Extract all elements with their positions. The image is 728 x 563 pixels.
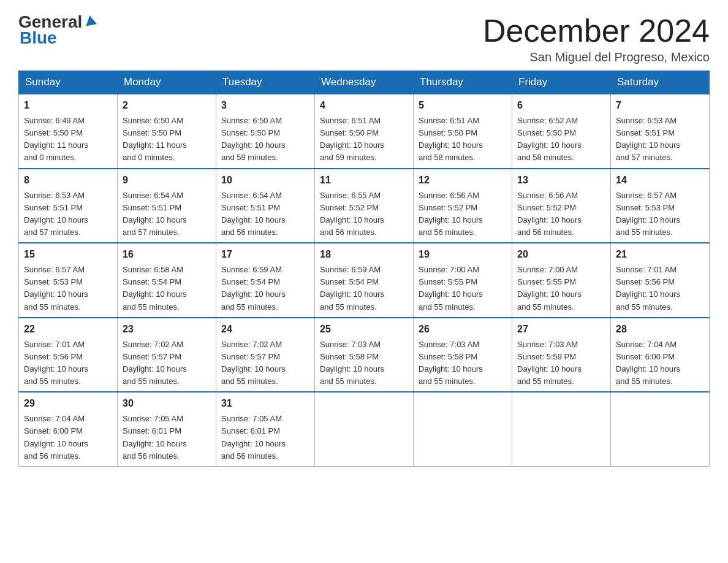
- day-info: Sunrise: 6:50 AMSunset: 5:50 PMDaylight:…: [221, 116, 286, 162]
- table-row: 17 Sunrise: 6:59 AMSunset: 5:54 PMDaylig…: [216, 243, 315, 318]
- table-row: 15 Sunrise: 6:57 AMSunset: 5:53 PMDaylig…: [19, 243, 118, 318]
- col-monday: Monday: [118, 71, 216, 94]
- table-row: 3 Sunrise: 6:50 AMSunset: 5:50 PMDayligh…: [216, 94, 315, 169]
- day-number: 24: [221, 322, 309, 337]
- day-number: 7: [616, 98, 704, 113]
- day-number: 27: [517, 322, 605, 337]
- logo: General Blue: [18, 12, 97, 48]
- day-info: Sunrise: 6:51 AMSunset: 5:50 PMDaylight:…: [320, 116, 384, 162]
- day-number: 11: [320, 173, 408, 188]
- col-saturday: Saturday: [611, 71, 710, 94]
- calendar: Sunday Monday Tuesday Wednesday Thursday…: [18, 71, 710, 467]
- day-number: 14: [616, 173, 704, 188]
- table-row: 29 Sunrise: 7:04 AMSunset: 6:00 PMDaylig…: [19, 392, 118, 466]
- table-row: 22 Sunrise: 7:01 AMSunset: 5:56 PMDaylig…: [19, 318, 118, 393]
- table-row: 12 Sunrise: 6:56 AMSunset: 5:52 PMDaylig…: [414, 169, 512, 243]
- calendar-week-row: 22 Sunrise: 7:01 AMSunset: 5:56 PMDaylig…: [19, 318, 710, 393]
- table-row: 13 Sunrise: 6:56 AMSunset: 5:52 PMDaylig…: [512, 169, 611, 243]
- table-row: 28 Sunrise: 7:04 AMSunset: 6:00 PMDaylig…: [611, 318, 710, 393]
- day-info: Sunrise: 6:54 AMSunset: 5:51 PMDaylight:…: [221, 191, 286, 237]
- day-info: Sunrise: 6:53 AMSunset: 5:51 PMDaylight:…: [24, 191, 88, 237]
- day-info: Sunrise: 6:56 AMSunset: 5:52 PMDaylight:…: [517, 191, 582, 237]
- table-row: 20 Sunrise: 7:00 AMSunset: 5:55 PMDaylig…: [512, 243, 611, 318]
- title-section: December 2024 San Miguel del Progreso, M…: [483, 12, 710, 64]
- table-row: 6 Sunrise: 6:52 AMSunset: 5:50 PMDayligh…: [512, 94, 611, 169]
- day-info: Sunrise: 7:01 AMSunset: 5:56 PMDaylight:…: [24, 340, 88, 386]
- day-number: 15: [24, 247, 112, 262]
- day-info: Sunrise: 7:03 AMSunset: 5:58 PMDaylight:…: [320, 340, 384, 386]
- table-row: 8 Sunrise: 6:53 AMSunset: 5:51 PMDayligh…: [19, 169, 118, 243]
- calendar-week-row: 15 Sunrise: 6:57 AMSunset: 5:53 PMDaylig…: [19, 243, 710, 318]
- table-row: 11 Sunrise: 6:55 AMSunset: 5:52 PMDaylig…: [315, 169, 414, 243]
- day-number: 8: [24, 173, 112, 188]
- day-info: Sunrise: 7:03 AMSunset: 5:58 PMDaylight:…: [419, 340, 483, 386]
- day-info: Sunrise: 6:51 AMSunset: 5:50 PMDaylight:…: [419, 116, 483, 162]
- day-number: 26: [419, 322, 507, 337]
- table-row: 21 Sunrise: 7:01 AMSunset: 5:56 PMDaylig…: [611, 243, 710, 318]
- day-info: Sunrise: 6:54 AMSunset: 5:51 PMDaylight:…: [123, 191, 187, 237]
- day-number: 29: [24, 396, 112, 411]
- day-number: 12: [419, 173, 507, 188]
- table-row: 25 Sunrise: 7:03 AMSunset: 5:58 PMDaylig…: [315, 318, 414, 393]
- table-row: 18 Sunrise: 6:59 AMSunset: 5:54 PMDaylig…: [315, 243, 414, 318]
- day-info: Sunrise: 7:02 AMSunset: 5:57 PMDaylight:…: [123, 340, 187, 386]
- table-row: 2 Sunrise: 6:50 AMSunset: 5:50 PMDayligh…: [118, 94, 216, 169]
- day-info: Sunrise: 6:59 AMSunset: 5:54 PMDaylight:…: [221, 265, 286, 311]
- table-row: 31 Sunrise: 7:05 AMSunset: 6:01 PMDaylig…: [216, 392, 315, 466]
- day-number: 10: [221, 173, 309, 188]
- day-info: Sunrise: 7:03 AMSunset: 5:59 PMDaylight:…: [517, 340, 582, 386]
- table-row: 1 Sunrise: 6:49 AMSunset: 5:50 PMDayligh…: [19, 94, 118, 169]
- day-info: Sunrise: 6:57 AMSunset: 5:53 PMDaylight:…: [616, 191, 680, 237]
- day-number: 18: [320, 247, 408, 262]
- table-row: [611, 392, 710, 466]
- day-number: 19: [419, 247, 507, 262]
- page-header: General Blue December 2024 San Miguel de…: [18, 12, 710, 64]
- day-info: Sunrise: 7:02 AMSunset: 5:57 PMDaylight:…: [221, 340, 286, 386]
- table-row: 5 Sunrise: 6:51 AMSunset: 5:50 PMDayligh…: [414, 94, 512, 169]
- calendar-week-row: 29 Sunrise: 7:04 AMSunset: 6:00 PMDaylig…: [19, 392, 710, 466]
- month-title: December 2024: [483, 12, 710, 49]
- table-row: 14 Sunrise: 6:57 AMSunset: 5:53 PMDaylig…: [611, 169, 710, 243]
- table-row: 9 Sunrise: 6:54 AMSunset: 5:51 PMDayligh…: [118, 169, 216, 243]
- location: San Miguel del Progreso, Mexico: [483, 50, 710, 64]
- table-row: 30 Sunrise: 7:05 AMSunset: 6:01 PMDaylig…: [118, 392, 216, 466]
- calendar-week-row: 8 Sunrise: 6:53 AMSunset: 5:51 PMDayligh…: [19, 169, 710, 243]
- day-number: 22: [24, 322, 112, 337]
- day-number: 3: [221, 98, 309, 113]
- day-number: 30: [123, 396, 211, 411]
- day-number: 21: [616, 247, 704, 262]
- day-info: Sunrise: 6:52 AMSunset: 5:50 PMDaylight:…: [517, 116, 582, 162]
- table-row: 24 Sunrise: 7:02 AMSunset: 5:57 PMDaylig…: [216, 318, 315, 393]
- day-info: Sunrise: 6:59 AMSunset: 5:54 PMDaylight:…: [320, 265, 384, 311]
- calendar-header-row: Sunday Monday Tuesday Wednesday Thursday…: [19, 71, 710, 94]
- table-row: 16 Sunrise: 6:58 AMSunset: 5:54 PMDaylig…: [118, 243, 216, 318]
- table-row: [512, 392, 611, 466]
- day-number: 23: [123, 322, 211, 337]
- col-sunday: Sunday: [19, 71, 118, 94]
- table-row: 4 Sunrise: 6:51 AMSunset: 5:50 PMDayligh…: [315, 94, 414, 169]
- day-number: 16: [123, 247, 211, 262]
- day-number: 5: [419, 98, 507, 113]
- day-info: Sunrise: 7:00 AMSunset: 5:55 PMDaylight:…: [419, 265, 483, 311]
- day-info: Sunrise: 7:04 AMSunset: 6:00 PMDaylight:…: [24, 414, 88, 460]
- calendar-week-row: 1 Sunrise: 6:49 AMSunset: 5:50 PMDayligh…: [19, 94, 710, 169]
- day-number: 13: [517, 173, 605, 188]
- table-row: 26 Sunrise: 7:03 AMSunset: 5:58 PMDaylig…: [414, 318, 512, 393]
- col-wednesday: Wednesday: [315, 71, 414, 94]
- table-row: [414, 392, 512, 466]
- table-row: 19 Sunrise: 7:00 AMSunset: 5:55 PMDaylig…: [414, 243, 512, 318]
- day-info: Sunrise: 6:57 AMSunset: 5:53 PMDaylight:…: [24, 265, 88, 311]
- day-info: Sunrise: 6:53 AMSunset: 5:51 PMDaylight:…: [616, 116, 680, 162]
- table-row: 23 Sunrise: 7:02 AMSunset: 5:57 PMDaylig…: [118, 318, 216, 393]
- table-row: 10 Sunrise: 6:54 AMSunset: 5:51 PMDaylig…: [216, 169, 315, 243]
- day-info: Sunrise: 7:04 AMSunset: 6:00 PMDaylight:…: [616, 340, 680, 386]
- day-info: Sunrise: 7:05 AMSunset: 6:01 PMDaylight:…: [221, 414, 286, 460]
- day-number: 25: [320, 322, 408, 337]
- day-number: 4: [320, 98, 408, 113]
- day-info: Sunrise: 7:05 AMSunset: 6:01 PMDaylight:…: [123, 414, 187, 460]
- day-info: Sunrise: 6:55 AMSunset: 5:52 PMDaylight:…: [320, 191, 384, 237]
- day-number: 9: [123, 173, 211, 188]
- day-info: Sunrise: 6:56 AMSunset: 5:52 PMDaylight:…: [419, 191, 483, 237]
- day-info: Sunrise: 6:50 AMSunset: 5:50 PMDaylight:…: [123, 116, 187, 162]
- day-info: Sunrise: 6:49 AMSunset: 5:50 PMDaylight:…: [24, 116, 88, 162]
